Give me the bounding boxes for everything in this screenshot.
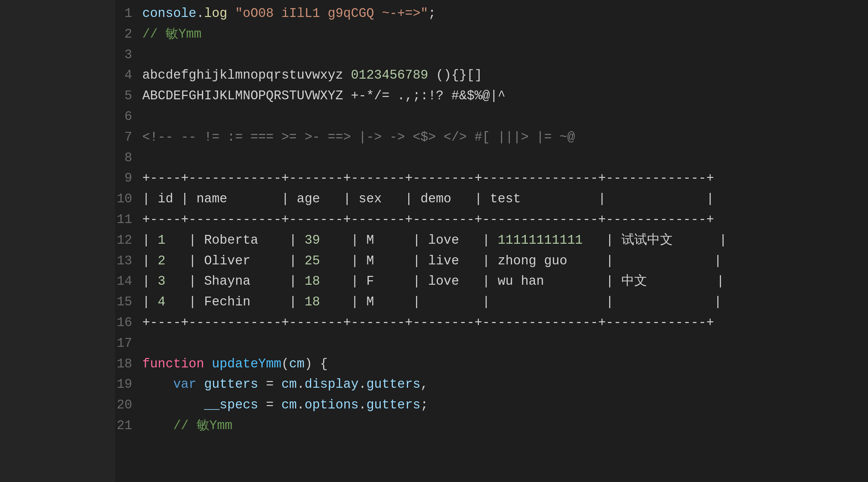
code-line-13: 13 | 2 | Oliver | 25 | M | live | zhong … bbox=[115, 251, 868, 272]
line-num-18: 18 bbox=[115, 354, 142, 375]
code-line-4: 4 abcdefghijklmnopqrstuvwxyz 0123456789 … bbox=[115, 65, 868, 86]
code-line-16: 16 +----+------------+-------+-------+--… bbox=[115, 313, 868, 333]
code-line-12: 12 | 1 | Roberta | 39 | M | love | 11111… bbox=[115, 230, 868, 251]
line-content-1: console.log "oO08 iIlL1 g9qCGQ ~-+=>"; bbox=[142, 3, 868, 24]
line-num-7: 7 bbox=[115, 127, 142, 148]
sidebar bbox=[0, 0, 115, 482]
line-content-14: | 3 | Shayna | 18 | F | love | wu han | … bbox=[142, 271, 868, 292]
line-content-18: function updateYmm(cm) { bbox=[142, 354, 868, 375]
line-num-12: 12 bbox=[115, 230, 142, 251]
code-line-18: 18 function updateYmm(cm) { bbox=[115, 354, 868, 375]
line-num-6: 6 bbox=[115, 106, 142, 127]
line-content-10: | id | name | age | sex | demo | test | … bbox=[142, 189, 868, 209]
line-num-17: 17 bbox=[115, 333, 142, 354]
line-num-11: 11 bbox=[115, 209, 142, 230]
line-content-2: // 敏Ymm bbox=[142, 24, 868, 45]
line-num-20: 20 bbox=[115, 395, 142, 416]
line-num-2: 2 bbox=[115, 24, 142, 45]
line-num-9: 9 bbox=[115, 168, 142, 189]
line-num-10: 10 bbox=[115, 189, 142, 209]
line-content-20: __specs = cm.options.gutters; bbox=[142, 395, 868, 416]
line-num-14: 14 bbox=[115, 271, 142, 292]
line-content-4: abcdefghijklmnopqrstuvwxyz 0123456789 ()… bbox=[142, 65, 868, 86]
line-num-8: 8 bbox=[115, 148, 142, 168]
code-line-17: 17 bbox=[115, 333, 868, 354]
code-line-7: 7 <!-- -- != := === >= >- ==> |-> -> <$>… bbox=[115, 127, 868, 148]
code-line-2: 2 // 敏Ymm bbox=[115, 24, 868, 45]
line-content-15: | 4 | Fechin | 18 | M | | | | bbox=[142, 292, 868, 313]
line-num-3: 3 bbox=[115, 45, 142, 65]
code-line-3: 3 bbox=[115, 45, 868, 65]
line-content-13: | 2 | Oliver | 25 | M | live | zhong guo… bbox=[142, 251, 868, 272]
line-content-12: | 1 | Roberta | 39 | M | love | 11111111… bbox=[142, 230, 868, 251]
line-num-19: 19 bbox=[115, 374, 142, 395]
line-num-1: 1 bbox=[115, 3, 142, 24]
code-line-14: 14 | 3 | Shayna | 18 | F | love | wu han… bbox=[115, 271, 868, 292]
line-content-16: +----+------------+-------+-------+-----… bbox=[142, 313, 868, 333]
code-line-9: 9 +----+------------+-------+-------+---… bbox=[115, 168, 868, 189]
line-num-13: 13 bbox=[115, 251, 142, 272]
code-line-20: 20 __specs = cm.options.gutters; bbox=[115, 395, 868, 416]
code-container: 1 console.log "oO08 iIlL1 g9qCGQ ~-+=>";… bbox=[115, 0, 868, 440]
line-num-21: 21 bbox=[115, 416, 142, 436]
code-line-21: 21 // 敏Ymm bbox=[115, 416, 868, 436]
code-line-15: 15 | 4 | Fechin | 18 | M | | | | bbox=[115, 292, 868, 313]
line-content-19: var gutters = cm.display.gutters, bbox=[142, 374, 868, 395]
line-content-5: ABCDEFGHIJKLMNOPQRSTUVWXYZ +-*/= .,;:!? … bbox=[142, 86, 868, 106]
line-content-11: +----+------------+-------+-------+-----… bbox=[142, 209, 868, 230]
code-line-1: 1 console.log "oO08 iIlL1 g9qCGQ ~-+=>"; bbox=[115, 3, 868, 24]
line-content-7: <!-- -- != := === >= >- ==> |-> -> <$> <… bbox=[142, 127, 868, 148]
line-num-5: 5 bbox=[115, 86, 142, 106]
line-num-16: 16 bbox=[115, 313, 142, 333]
editor-area: 1 console.log "oO08 iIlL1 g9qCGQ ~-+=>";… bbox=[115, 0, 868, 482]
line-num-15: 15 bbox=[115, 292, 142, 313]
code-line-19: 19 var gutters = cm.display.gutters, bbox=[115, 374, 868, 395]
code-line-11: 11 +----+------------+-------+-------+--… bbox=[115, 209, 868, 230]
code-line-6: 6 bbox=[115, 106, 868, 127]
code-line-10: 10 | id | name | age | sex | demo | test… bbox=[115, 189, 868, 209]
code-line-8: 8 bbox=[115, 148, 868, 168]
line-num-4: 4 bbox=[115, 65, 142, 86]
code-line-5: 5 ABCDEFGHIJKLMNOPQRSTUVWXYZ +-*/= .,;:!… bbox=[115, 86, 868, 106]
line-content-9: +----+------------+-------+-------+-----… bbox=[142, 168, 868, 189]
line-content-21: // 敏Ymm bbox=[142, 416, 868, 436]
